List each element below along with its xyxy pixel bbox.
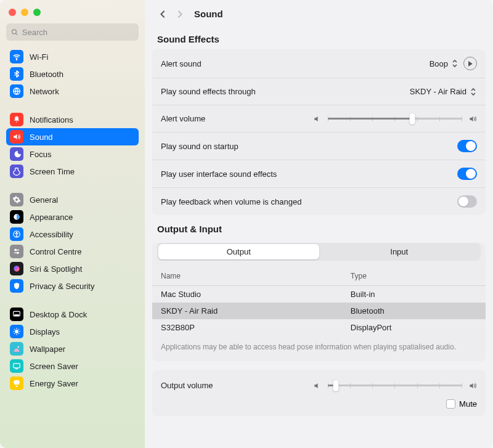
sidebar-item-label: Appearance bbox=[30, 213, 73, 222]
sidebar-item-screentime[interactable]: Screen Time bbox=[6, 163, 139, 180]
svg-line-22 bbox=[18, 329, 19, 330]
displays-icon bbox=[10, 325, 23, 338]
alert-volume-slider[interactable] bbox=[313, 115, 477, 123]
sidebar-item-label: Network bbox=[30, 87, 59, 96]
sidebar-item-label: Accessibility bbox=[30, 230, 73, 239]
sidebar-item-bluetooth[interactable]: Bluetooth bbox=[6, 65, 139, 83]
output-volume-card: Output volume Mute bbox=[152, 370, 486, 416]
screentime-icon bbox=[10, 165, 23, 178]
minimize-window-button[interactable] bbox=[21, 9, 28, 16]
sidebar-item-label: Sound bbox=[30, 132, 53, 142]
sidebar-item-notifications[interactable]: Notifications bbox=[6, 111, 139, 128]
sidebar-item-label: Desktop & Dock bbox=[30, 310, 87, 319]
svg-point-0 bbox=[12, 30, 16, 34]
tab-output[interactable]: Output bbox=[158, 244, 319, 259]
ui-effects-toggle[interactable] bbox=[457, 168, 477, 180]
output-input-heading: Output & Input bbox=[157, 224, 481, 234]
output-volume-slider[interactable] bbox=[313, 381, 477, 390]
search-input[interactable] bbox=[22, 28, 134, 37]
back-button[interactable] bbox=[160, 10, 166, 18]
play-icon bbox=[468, 61, 473, 67]
sidebar-list[interactable]: Wi-Fi Bluetooth Network Notifications So… bbox=[0, 48, 145, 448]
alert-sound-label: Alert sound bbox=[161, 59, 202, 68]
sidebar-item-wallpaper[interactable]: Wallpaper bbox=[6, 340, 139, 357]
sidebar-item-desktopdock[interactable]: Desktop & Dock bbox=[6, 306, 139, 323]
sound-effects-heading: Sound Effects bbox=[157, 34, 481, 44]
header: Sound bbox=[145, 0, 493, 25]
output-volume-label: Output volume bbox=[161, 381, 213, 390]
forward-button[interactable] bbox=[177, 10, 183, 18]
search-field[interactable] bbox=[6, 23, 139, 41]
play-startup-toggle[interactable] bbox=[457, 140, 477, 152]
play-through-label: Play sound effects through bbox=[161, 87, 256, 96]
siri-icon bbox=[10, 262, 23, 275]
sidebar-item-label: Privacy & Security bbox=[30, 282, 94, 291]
output-input-segmented[interactable]: Output Input bbox=[157, 243, 481, 261]
sound-effects-card: Alert sound Boop Play sound effects thro… bbox=[152, 49, 486, 215]
device-table-header: Name Type bbox=[152, 267, 486, 286]
sidebar-item-general[interactable]: General bbox=[6, 191, 139, 208]
chevron-updown-icon bbox=[470, 87, 477, 97]
search-icon bbox=[11, 28, 18, 36]
svg-point-2 bbox=[16, 59, 17, 60]
network-icon bbox=[10, 84, 23, 98]
page-title: Sound bbox=[194, 9, 223, 19]
sidebar: Wi-Fi Bluetooth Network Notifications So… bbox=[0, 0, 145, 448]
dock-icon bbox=[10, 307, 23, 321]
sidebar-item-wifi[interactable]: Wi-Fi bbox=[6, 48, 139, 65]
col-type-header: Type bbox=[351, 272, 477, 280]
device-row[interactable]: SKDY - Air Raid Bluetooth bbox=[152, 303, 486, 319]
play-through-popup[interactable]: SKDY - Air Raid bbox=[410, 87, 477, 97]
feedback-toggle[interactable] bbox=[457, 195, 477, 208]
sidebar-item-appearance[interactable]: Appearance bbox=[6, 208, 139, 226]
sidebar-item-energysaver[interactable]: Energy Saver bbox=[6, 375, 139, 392]
svg-point-11 bbox=[14, 266, 19, 271]
svg-line-21 bbox=[14, 333, 15, 334]
svg-marker-26 bbox=[468, 61, 473, 67]
sidebar-item-siri[interactable]: Siri & Spotlight bbox=[6, 260, 139, 277]
svg-rect-24 bbox=[14, 364, 20, 368]
mute-label: Mute bbox=[459, 399, 477, 409]
sidebar-item-sound[interactable]: Sound bbox=[6, 128, 139, 145]
alert-volume-label: Alert volume bbox=[161, 114, 205, 123]
close-window-button[interactable] bbox=[9, 9, 16, 16]
tab-input[interactable]: Input bbox=[319, 244, 480, 259]
sidebar-item-label: Wallpaper bbox=[30, 344, 65, 354]
device-row[interactable]: S32B80P DisplayPort bbox=[152, 319, 486, 336]
bell-icon bbox=[10, 113, 23, 126]
sidebar-item-label: General bbox=[30, 195, 58, 205]
appearance-icon bbox=[10, 210, 23, 224]
svg-line-20 bbox=[18, 333, 19, 334]
sidebar-item-privacy[interactable]: Privacy & Security bbox=[6, 277, 139, 295]
svg-point-10 bbox=[17, 252, 18, 253]
svg-point-6 bbox=[16, 232, 17, 234]
sidebar-item-screensaver[interactable]: Screen Saver bbox=[6, 357, 139, 375]
mute-checkbox[interactable] bbox=[446, 399, 455, 409]
sidebar-item-label: Notifications bbox=[30, 115, 73, 124]
sidebar-item-network[interactable]: Network bbox=[6, 83, 139, 100]
privacy-icon bbox=[10, 279, 23, 293]
svg-line-1 bbox=[15, 33, 17, 34]
volume-low-icon bbox=[313, 381, 322, 390]
volume-high-icon bbox=[468, 381, 477, 390]
play-alert-button[interactable] bbox=[463, 57, 477, 70]
sidebar-item-label: Screen Saver bbox=[30, 362, 78, 371]
sidebar-item-focus[interactable]: Focus bbox=[6, 145, 139, 163]
sidebar-item-displays[interactable]: Displays bbox=[6, 323, 139, 340]
zoom-window-button[interactable] bbox=[33, 9, 41, 16]
alert-sound-popup[interactable]: Boop bbox=[430, 59, 458, 68]
sidebar-item-label: Wi-Fi bbox=[30, 52, 48, 62]
sidebar-item-controlcentre[interactable]: Control Centre bbox=[6, 243, 139, 260]
sound-icon bbox=[10, 130, 23, 144]
sidebar-item-label: Displays bbox=[30, 327, 60, 336]
device-row[interactable]: Mac Studio Built-in bbox=[152, 286, 486, 303]
control-centre-icon bbox=[10, 245, 23, 258]
sidebar-item-accessibility[interactable]: Accessibility bbox=[6, 226, 139, 243]
feedback-label: Play feedback when volume is changed bbox=[161, 197, 301, 206]
device-name: S32B80P bbox=[161, 323, 351, 332]
energy-icon bbox=[10, 377, 23, 390]
ui-effects-label: Play user interface sound effects bbox=[161, 169, 277, 179]
output-input-card: Output Input Name Type Mac Studio Built-… bbox=[152, 243, 486, 361]
svg-rect-13 bbox=[15, 315, 19, 316]
alert-sound-value: Boop bbox=[430, 59, 448, 68]
